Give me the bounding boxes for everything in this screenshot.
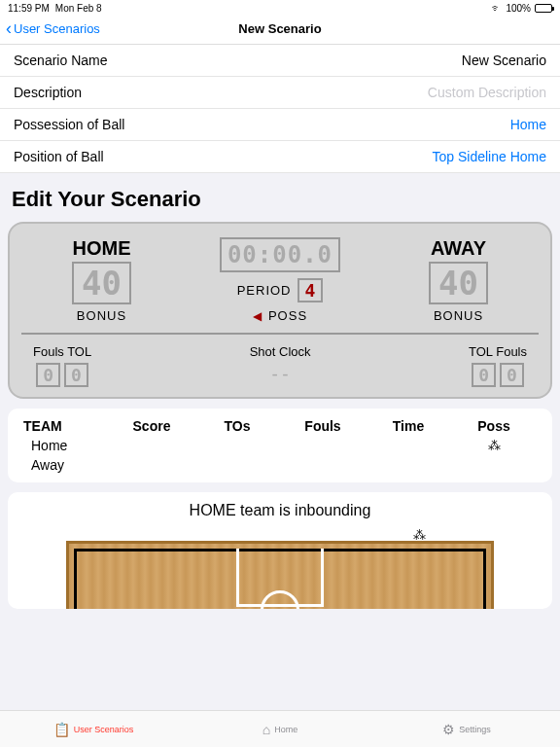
away-fouls-box[interactable]: 0 [500,363,524,387]
stats-row-home[interactable]: Home ⁂ [23,438,537,453]
battery-icon [535,4,552,13]
away-score-box[interactable]: 40 [429,262,488,304]
away-tol-box[interactable]: 0 [472,363,496,387]
row-possession[interactable]: Possession of Ball Home [0,109,560,141]
period-label: PERIOD [237,283,292,298]
tab-settings[interactable]: ⚙ Settings [373,711,560,747]
form-value: Home [510,117,546,132]
shot-clock-label: Shot Clock [250,344,311,359]
row-position[interactable]: Position of Ball Top Sideline Home [0,141,560,173]
form-label: Position of Ball [14,149,104,164]
home-icon: ⌂ [262,722,270,737]
page-title: New Scenario [238,21,321,36]
tab-label: Home [274,725,298,734]
away-label: AWAY [384,237,533,260]
back-label: User Scenarios [14,21,100,36]
form-list: Scenario Name New Scenario Description C… [0,45,560,173]
section-title: Edit Your Scenario [0,173,560,222]
tab-home[interactable]: ⌂ Home [187,711,373,747]
col-poss: Poss [451,418,537,434]
poss-label: POSS [268,308,307,323]
home-bonus: BONUS [27,308,176,323]
row-description[interactable]: Description Custom Description [0,77,560,109]
period-box[interactable]: 4 [298,278,324,302]
col-score: Score [109,418,194,434]
wifi-icon: ᯤ [491,2,502,14]
basketball-icon [452,457,537,473]
chevron-left-icon: ‹ [6,18,12,39]
home-team-panel: HOME 40 BONUS [27,237,176,323]
home-label: HOME [27,237,176,260]
form-value: Custom Description [428,85,546,100]
nav-bar: ‹ User Scenarios New Scenario [0,16,560,45]
basketball-icon: ⁂ [452,438,537,453]
tab-label: User Scenarios [74,725,134,734]
form-label: Scenario Name [14,53,108,68]
stats-row-away[interactable]: Away [23,457,537,473]
tab-user-scenarios[interactable]: 📋 User Scenarios [0,711,187,747]
court-card: HOME team is inbounding ⁂ [8,492,552,609]
form-label: Description [14,85,82,100]
form-label: Possession of Ball [14,117,124,132]
home-fouls-tol-label: Fouls TOL [33,344,91,359]
col-fouls: Fouls [280,418,366,434]
status-bar: 11:59 PM Mon Feb 8 ᯤ 100% [0,0,560,16]
tab-bar: 📋 User Scenarios ⌂ Home ⚙ Settings [0,710,560,747]
home-score-box[interactable]: 40 [72,262,131,304]
form-value: Top Sideline Home [432,149,546,164]
col-time: Time [366,418,451,434]
status-time: 11:59 PM [8,3,50,14]
form-value: New Scenario [462,53,546,68]
poss-arrow-icon: ◀ [253,309,262,323]
col-team: TEAM [23,418,109,434]
row-scenario-name[interactable]: Scenario Name New Scenario [0,45,560,77]
stats-card: TEAM Score TOs Fouls Time Poss Home ⁂ Aw… [8,409,552,482]
back-button[interactable]: ‹ User Scenarios [6,18,100,39]
clock-box[interactable]: 00:00.0 [220,237,340,272]
col-tos: TOs [194,418,280,434]
stats-team-name: Home [23,438,116,453]
sliders-icon: ⚙ [442,722,455,737]
stats-team-name: Away [23,457,116,473]
clipboard-icon: 📋 [53,722,70,737]
scoreboard: HOME 40 BONUS 00:00.0 PERIOD 4 ◀ POSS AW… [8,222,552,399]
home-tol-box[interactable]: 0 [64,363,88,387]
shot-clock-value[interactable]: -- [250,363,311,383]
battery-pct: 100% [506,3,531,14]
tab-label: Settings [459,725,491,734]
court-diagram[interactable] [66,541,494,609]
away-tol-fouls-label: TOL Fouls [469,344,527,359]
home-fouls-box[interactable]: 0 [36,363,60,387]
status-date: Mon Feb 8 [55,3,102,14]
court-title: HOME team is inbounding [8,502,552,519]
away-team-panel: AWAY 40 BONUS [384,237,533,323]
divider [21,333,539,335]
away-bonus: BONUS [384,308,533,323]
